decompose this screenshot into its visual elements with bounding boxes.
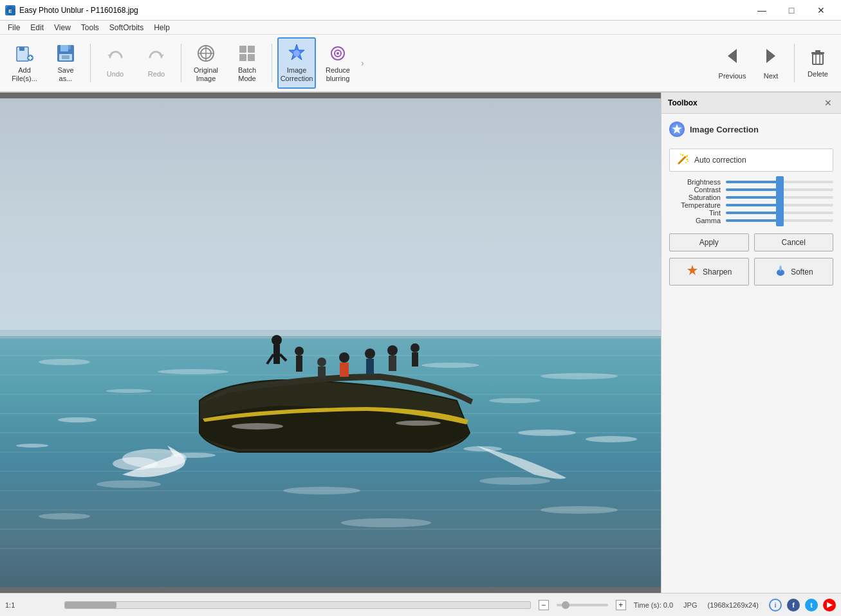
toolbox-section-header: Image Correction	[669, 122, 833, 137]
tint-row: Tint	[669, 209, 833, 217]
svg-point-49	[39, 359, 90, 365]
svg-rect-67	[366, 359, 374, 374]
svg-marker-27	[728, 49, 737, 63]
toolbox-title: Toolbox	[668, 98, 698, 107]
status-info: Time (s): 0.0 JPG (1968x1269x24) i f t ▶	[634, 599, 836, 611]
svg-rect-61	[296, 356, 302, 372]
save-icon	[55, 43, 76, 64]
svg-text:E: E	[8, 8, 12, 14]
svg-point-74	[58, 417, 97, 422]
sharpen-button[interactable]: Sharpen	[669, 258, 749, 285]
previous-button[interactable]: Previous	[714, 37, 750, 89]
previous-label: Previous	[719, 72, 746, 80]
add-files-button[interactable]: AddFile(s)...	[5, 37, 44, 89]
contrast-fill	[726, 188, 780, 191]
brightness-slider[interactable]	[726, 181, 833, 183]
gamma-row: Gamma	[669, 217, 833, 224]
cancel-button[interactable]: Cancel	[754, 233, 834, 251]
saturation-slider[interactable]	[726, 196, 833, 199]
close-button[interactable]: ✕	[806, 0, 836, 21]
original-image-button[interactable]: OriginalImage	[187, 37, 225, 89]
svg-point-53	[106, 389, 151, 393]
svg-point-51	[421, 363, 479, 368]
toolbar-divider-2	[181, 44, 181, 82]
gamma-label: Gamma	[669, 217, 721, 224]
soften-icon	[774, 264, 787, 280]
delete-button[interactable]: Delete	[800, 37, 836, 89]
save-label: Saveas...	[57, 66, 73, 83]
info-icon[interactable]: i	[769, 599, 782, 611]
apply-button[interactable]: Apply	[669, 233, 749, 251]
batch-mode-button[interactable]: BatchMode	[228, 37, 266, 89]
svg-rect-48	[0, 330, 661, 340]
svg-point-95	[680, 154, 681, 155]
next-button[interactable]: Next	[753, 37, 789, 89]
svg-rect-29	[813, 54, 823, 64]
menu-bar: File Edit View Tools SoftOrbits Help	[0, 21, 841, 35]
toolbox-content: Image Correction	[661, 114, 841, 593]
facebook-icon[interactable]: f	[787, 599, 800, 611]
saturation-fill	[726, 196, 780, 199]
toolbox-panel: Toolbox ✕ Image Correction	[661, 93, 841, 593]
saturation-label: Saturation	[669, 194, 721, 201]
svg-point-85	[39, 513, 90, 520]
temperature-fill	[726, 204, 780, 206]
maximize-button[interactable]: □	[777, 0, 806, 21]
toolbox-close-button[interactable]: ✕	[822, 96, 835, 109]
svg-point-73	[113, 457, 158, 470]
save-button[interactable]: Saveas...	[46, 37, 85, 89]
svg-marker-12	[107, 55, 113, 57]
gamma-thumb[interactable]	[776, 215, 784, 226]
contrast-slider[interactable]	[726, 188, 833, 191]
toolbox-section-icon	[669, 122, 685, 137]
zoom-thumb[interactable]	[562, 601, 569, 609]
svg-rect-11	[62, 55, 69, 59]
sharpen-soften-row: Sharpen Soften	[669, 258, 833, 285]
batch-mode-label: BatchMode	[238, 66, 256, 83]
image-area[interactable]	[0, 93, 661, 593]
more-indicator: ›	[361, 58, 364, 68]
zoom-control: 1:1	[5, 601, 57, 609]
tint-slider[interactable]	[726, 212, 833, 214]
app-icon: E	[5, 5, 15, 15]
minimize-button[interactable]: —	[747, 0, 777, 21]
sliders-container: Brightness Contrast Saturation	[669, 178, 833, 224]
brightness-fill	[726, 181, 780, 183]
svg-rect-19	[248, 46, 255, 53]
menu-help[interactable]: Help	[149, 22, 175, 33]
title-bar-left: E Easy Photo Unblur - P1160168.jpg	[5, 5, 138, 15]
svg-point-62	[317, 358, 326, 367]
youtube-icon[interactable]: ▶	[823, 599, 836, 611]
zoom-slider[interactable]	[557, 604, 608, 606]
image-correction-button[interactable]: ImageCorrection	[277, 37, 316, 89]
svg-rect-69	[389, 356, 396, 371]
horizontal-scrollbar[interactable]	[64, 601, 531, 609]
menu-softorbits[interactable]: SoftOrbits	[104, 22, 149, 33]
temperature-slider[interactable]	[726, 204, 833, 206]
reduce-blurring-button[interactable]: Reduceblurring	[319, 37, 357, 89]
svg-point-68	[387, 345, 398, 356]
twitter-icon[interactable]: t	[805, 599, 818, 611]
toolbar-divider-4	[794, 44, 795, 82]
time-label: Time (s): 0.0	[634, 601, 673, 609]
undo-button[interactable]: Undo	[96, 37, 134, 89]
redo-button[interactable]: Redo	[137, 37, 176, 89]
menu-tools[interactable]: Tools	[76, 22, 104, 33]
menu-edit[interactable]: Edit	[25, 22, 49, 33]
auto-correction-button[interactable]: Auto correction	[669, 149, 833, 172]
svg-point-94	[685, 162, 687, 163]
soften-button[interactable]: Soften	[754, 258, 834, 285]
menu-file[interactable]: File	[3, 22, 25, 33]
scrollbar-thumb[interactable]	[65, 602, 116, 608]
zoom-plus-button[interactable]: +	[616, 600, 626, 610]
svg-point-56	[272, 335, 282, 345]
original-image-label: OriginalImage	[194, 66, 218, 83]
gamma-slider[interactable]	[726, 219, 833, 222]
svg-point-84	[479, 477, 550, 485]
zoom-minus-button[interactable]: −	[539, 600, 549, 610]
tint-label: Tint	[669, 209, 721, 217]
soften-label: Soften	[791, 267, 813, 276]
svg-line-89	[679, 157, 685, 163]
toolbox-section-label: Image Correction	[690, 125, 759, 134]
menu-view[interactable]: View	[49, 22, 76, 33]
